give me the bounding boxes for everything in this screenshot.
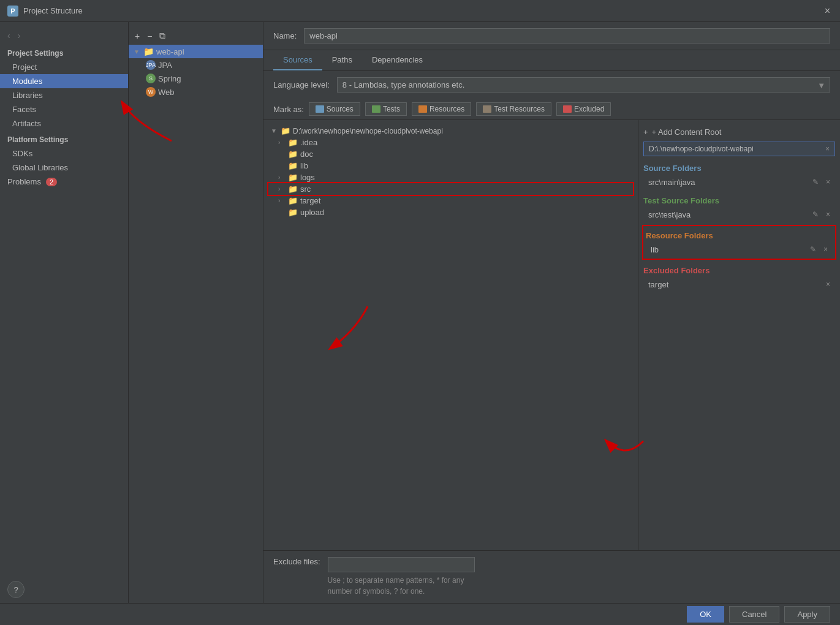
back-arrow[interactable]: ‹: [5, 29, 13, 42]
exclude-files-input[interactable]: [328, 557, 475, 572]
root-path-label: D:\work\newhope\newhope-cloudpivot-webap…: [293, 127, 443, 135]
idea-expand: ›: [278, 139, 286, 146]
resource-folder-edit-0[interactable]: ✎: [808, 244, 819, 254]
logs-expand: ›: [278, 174, 286, 181]
sidebar-item-facets[interactable]: Facets: [0, 102, 128, 116]
source-folder-actions-0: ✎ ×: [810, 177, 833, 187]
excluded-folder-name-0: target: [648, 280, 668, 289]
exclude-col: Use ; to separate name patterns, * for a…: [328, 557, 830, 597]
test-source-folder-remove-0[interactable]: ×: [823, 210, 833, 219]
name-label: Name:: [273, 31, 297, 40]
mark-excluded-button[interactable]: Excluded: [556, 102, 611, 116]
lib-folder-icon: 📁: [288, 161, 298, 170]
excluded-folder-entry-0: target ×: [643, 278, 835, 291]
file-tree: ▼ 📁 D:\work\newhope\newhope-cloudpivot-w…: [263, 120, 638, 550]
excluded-folders-section: Excluded Folders target ×: [643, 263, 835, 291]
sidebar-item-modules[interactable]: Modules: [0, 74, 128, 88]
tests-icon: [372, 105, 380, 113]
lang-level-row: Language level: 8 - Lambdas, type annota…: [263, 71, 840, 99]
excluded-folder-remove-0[interactable]: ×: [823, 279, 833, 289]
close-button[interactable]: ×: [822, 6, 833, 17]
test-source-folder-name-0: src\test\java: [648, 210, 691, 219]
ok-button[interactable]: OK: [687, 606, 724, 623]
mark-tests-button[interactable]: Tests: [365, 102, 407, 116]
excluded-folders-title: Excluded Folders: [643, 263, 835, 278]
module-toolbar: + − ⧉: [129, 27, 263, 45]
web-icon: W: [146, 87, 156, 97]
sidebar-item-libraries[interactable]: Libraries: [0, 88, 128, 102]
module-sub-web[interactable]: W Web: [129, 85, 263, 99]
forward-arrow[interactable]: ›: [15, 29, 23, 42]
mark-sources-button[interactable]: Sources: [309, 102, 360, 116]
tab-sources[interactable]: Sources: [273, 50, 322, 70]
resource-folder-actions-0: ✎ ×: [808, 244, 830, 254]
sidebar-item-sdks[interactable]: SDKs: [0, 146, 128, 161]
resources-icon: [418, 105, 427, 113]
exclude-files-label: Exclude files:: [273, 557, 320, 566]
sidebar-item-artifacts[interactable]: Artifacts: [0, 116, 128, 131]
mark-tests-label: Tests: [383, 105, 400, 113]
problems-badge: 2: [46, 178, 57, 186]
lang-level-select[interactable]: 8 - Lambdas, type annotations etc.: [337, 77, 830, 93]
sidebar-item-problems[interactable]: Problems 2: [0, 175, 128, 189]
add-content-root-button[interactable]: + + Add Content Root: [643, 125, 835, 142]
target-expand: ›: [278, 197, 286, 204]
module-folder-icon: 📁: [143, 47, 154, 56]
module-sub-jpa[interactable]: JPA JPA: [129, 58, 263, 72]
tree-item-logs[interactable]: › 📁 logs: [268, 172, 633, 183]
cancel-button[interactable]: Cancel: [729, 606, 779, 623]
src-expand: ›: [278, 186, 286, 192]
name-row: Name:: [263, 22, 840, 50]
tree-item-upload[interactable]: 📁 upload: [268, 206, 633, 218]
root-expand-arrow: ▼: [271, 127, 278, 134]
sidebar-item-project[interactable]: Project: [0, 60, 128, 74]
add-module-button[interactable]: +: [134, 30, 141, 42]
source-folders-title: Source Folders: [643, 161, 835, 175]
tree-item-doc[interactable]: 📁 doc: [268, 148, 633, 160]
resource-folder-remove-0[interactable]: ×: [821, 244, 830, 254]
name-input[interactable]: [304, 28, 830, 44]
main-container: ‹ › Project Settings Project Modules Lib…: [0, 22, 840, 603]
test-source-folder-edit-0[interactable]: ✎: [810, 210, 821, 219]
tab-paths[interactable]: Paths: [322, 50, 362, 70]
root-folder-icon: 📁: [281, 126, 290, 135]
test-source-folder-entry-0: src\test\java ✎ ×: [643, 208, 835, 221]
tree-item-lib[interactable]: 📁 lib: [268, 160, 633, 172]
copy-module-button[interactable]: ⧉: [158, 29, 167, 42]
sidebar-item-global-libraries[interactable]: Global Libraries: [0, 161, 128, 175]
tab-dependencies[interactable]: Dependencies: [362, 50, 433, 70]
mark-as-row: Mark as: Sources Tests Resources Test Re…: [263, 99, 840, 119]
help-button[interactable]: ?: [7, 581, 25, 598]
source-folders-section: Source Folders src\main\java ✎ ×: [643, 161, 835, 189]
title-bar: P Project Structure ×: [0, 0, 840, 22]
tree-item-target[interactable]: › 📁 target: [268, 195, 633, 206]
folder-panel: + + Add Content Root D:\.\newhope-cloudp…: [638, 120, 840, 550]
mark-test-resources-label: Test Resources: [494, 105, 545, 113]
mark-test-resources-button[interactable]: Test Resources: [476, 102, 551, 116]
source-folder-edit-0[interactable]: ✎: [810, 177, 821, 187]
resource-folder-name-0: lib: [651, 245, 659, 254]
app-icon: P: [7, 6, 18, 17]
tree-root-item[interactable]: ▼ 📁 D:\work\newhope\newhope-cloudpivot-w…: [268, 125, 633, 137]
source-folder-remove-0[interactable]: ×: [823, 177, 833, 187]
apply-button[interactable]: Apply: [784, 606, 830, 623]
tree-and-folders: ▼ 📁 D:\work\newhope\newhope-cloudpivot-w…: [263, 119, 840, 550]
resource-folder-entry-0: lib ✎ ×: [646, 243, 833, 256]
plus-icon: +: [643, 127, 648, 137]
tree-item-idea[interactable]: › 📁 .idea: [268, 137, 633, 148]
upload-label: upload: [300, 208, 324, 217]
mark-sources-label: Sources: [327, 105, 354, 113]
nav-arrows: ‹ ›: [0, 27, 128, 47]
sidebar: ‹ › Project Settings Project Modules Lib…: [0, 22, 129, 603]
module-webapi[interactable]: ▼ 📁 web-api: [129, 45, 263, 58]
lang-select-wrapper: 8 - Lambdas, type annotations etc. ▼: [337, 77, 830, 93]
remove-module-button[interactable]: −: [146, 30, 153, 42]
bottom-bar: OK Cancel Apply: [0, 603, 840, 625]
module-sub-spring[interactable]: S Spring: [129, 72, 263, 85]
content-root-close-icon[interactable]: ×: [825, 145, 830, 153]
jpa-icon: JPA: [146, 60, 156, 70]
resource-folders-section: Resource Folders lib ✎ ×: [643, 226, 835, 259]
test-source-folders-section: Test Source Folders src\test\java ✎ ×: [643, 194, 835, 221]
mark-resources-button[interactable]: Resources: [412, 102, 471, 116]
tree-item-src[interactable]: › 📁 src: [268, 183, 633, 195]
